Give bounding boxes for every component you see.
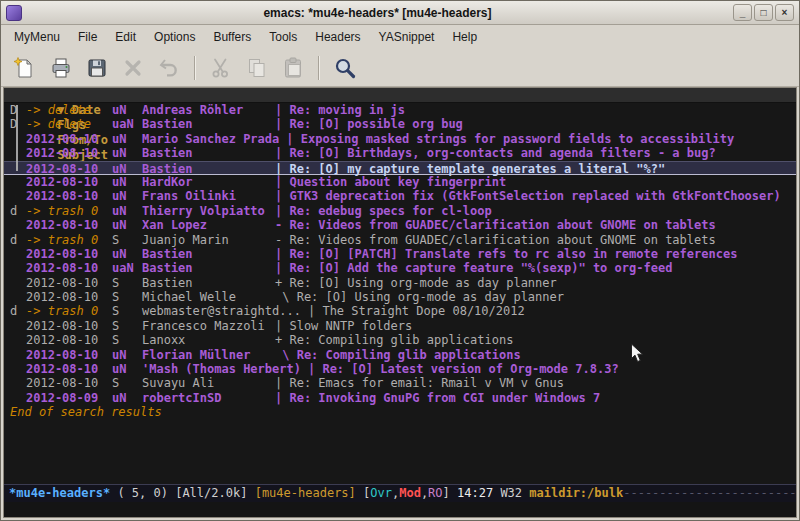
mark-cell: d [10, 204, 26, 218]
from-cell: Bastien [142, 162, 275, 176]
flags-cell: uN [112, 175, 142, 189]
message-row[interactable]: 2012-08-10SMichael Welle \ Re: [O] Using… [4, 290, 796, 304]
minimize-icon[interactable]: _ [733, 4, 752, 21]
message-row[interactable]: 2012-08-10SSuvayu Ali| Re: Emacs for ema… [4, 376, 796, 390]
date-cell: 2012-08-10 [26, 189, 112, 203]
message-row[interactable]: 2012-08-10uNFlorian Müllner \ Re: Compil… [4, 348, 796, 362]
from-cell: Florian Müllner [142, 348, 275, 362]
from-cell: Juanjo Marin [142, 233, 275, 247]
modeline-segment-dir: maildir:/bulk [529, 486, 623, 500]
emacs-app-icon[interactable] [6, 5, 22, 21]
mark-target-cell: -> trash 0 [26, 304, 112, 318]
modeline-segment-ovr: Ovr [370, 486, 392, 500]
paste-icon [277, 53, 309, 83]
from-cell: Bastien [142, 146, 275, 160]
message-row[interactable]: 2012-08-10SFrancesco Mazzoli| Slow NNTP … [4, 319, 796, 333]
message-row[interactable]: D-> deleteuNAndreas Röhler| Re: moving i… [4, 103, 796, 117]
message-row[interactable]: d-> trash 0Swebmaster@straightd...| The … [4, 304, 796, 318]
message-row[interactable]: d-> trash 0SJuanjo Marin- Re: Videos fro… [4, 233, 796, 247]
message-row[interactable]: 2012-08-10SLanoxx+ Re: Compiling glib ap… [4, 333, 796, 347]
subject-cell: | Re: Emacs for email: Rmail v VM v Gnus [275, 376, 564, 390]
flags-cell: uN [112, 348, 142, 362]
date-cell: 2012-08-10 [26, 162, 112, 176]
date-cell: 2012-08-10 [26, 175, 112, 189]
mark-target-cell: -> trash 0 [26, 233, 112, 247]
date-cell: 2012-08-10 [26, 362, 112, 376]
flags-cell: S [112, 319, 142, 333]
message-row[interactable]: 2012-08-09uNrobertcInSD| Re: Invoking Gn… [4, 391, 796, 405]
menu-item-yasnippet[interactable]: YASnippet [370, 27, 444, 47]
flags-cell: uaN [112, 117, 142, 131]
message-row[interactable]: 2012-08-10uNHardKor| Question about key … [4, 175, 796, 189]
subject-cell: | Re: Invoking GnuPG from CGI under Wind… [275, 391, 600, 405]
from-cell: Mario Sanchez Prada [142, 132, 286, 146]
flags-cell: S [112, 233, 142, 247]
subject-cell: | Exposing masked strings for password f… [286, 132, 734, 146]
message-row[interactable]: 2012-08-10uNFrans Oilinki| GTK3 deprecat… [4, 189, 796, 203]
modeline-segment-plain: ( 5, 0) [117, 486, 175, 500]
search-icon[interactable] [329, 53, 361, 83]
flags-cell: uN [112, 391, 142, 405]
menu-item-buffers[interactable]: Buffers [204, 27, 260, 47]
date-cell: 2012-08-10 [26, 376, 112, 390]
maximize-icon[interactable]: □ [754, 4, 773, 21]
subject-cell: | Question about key fingerprint [275, 175, 506, 189]
new-file-icon[interactable] [9, 53, 41, 83]
modeline-segment-minor: [mu4e-headers] [255, 486, 363, 500]
flags-cell: uN [112, 218, 142, 232]
message-row[interactable]: 2012-08-10uNXan Lopez- Re: Videos from G… [4, 218, 796, 232]
menu-item-tools[interactable]: Tools [260, 27, 306, 47]
close-icon[interactable]: × [775, 4, 794, 21]
mark-target-cell: -> delete [26, 117, 112, 131]
message-row-current[interactable]: 2012-08-10uNBastien| Re: [O] my capture … [4, 161, 796, 175]
flags-cell: uN [112, 103, 142, 117]
message-row[interactable]: D-> deleteuaNBastien| Re: [O] possible o… [4, 117, 796, 131]
menu-item-mymenu[interactable]: MyMenu [5, 27, 69, 47]
message-row[interactable]: d-> trash 0uNThierry Volpiatto| Re: edeb… [4, 204, 796, 218]
subject-cell: | Re: [O] Latest version of Org-mode 7.8… [308, 362, 619, 376]
empty-buffer-space [4, 420, 796, 484]
subject-cell: | Re: [O] possible org bug [275, 117, 463, 131]
flags-cell: uN [112, 204, 142, 218]
modeline-segment-buffer: *mu4e-headers* [9, 486, 117, 500]
flags-cell: S [112, 276, 142, 290]
from-cell: 'Mash (Thomas Herbert) [142, 362, 308, 376]
date-cell: 2012-08-09 [26, 391, 112, 405]
subject-cell: | The Straight Dope 08/10/2012 [308, 304, 525, 318]
title-bar[interactable]: emacs: *mu4e-headers* [mu4e-headers] _ □… [1, 1, 799, 25]
menu-item-headers[interactable]: Headers [306, 27, 369, 47]
subject-cell: | Re: [O] my capture template generates … [275, 162, 665, 176]
message-row[interactable]: 2012-08-10uNBastien| Re: [O] Birthdays, … [4, 146, 796, 160]
menu-item-edit[interactable]: Edit [106, 27, 145, 47]
mark-target-cell: -> trash 0 [26, 204, 112, 218]
subject-cell: | Re: moving in js [275, 103, 405, 117]
from-cell: Xan Lopez [142, 218, 275, 232]
message-row[interactable]: 2012-08-10uaNBastien| Re: [O] Add the ca… [4, 261, 796, 275]
modeline-segment-plain: [All/2.0k] [175, 486, 254, 500]
message-row[interactable]: 2012-08-10SBastien+ Re: [O] Using org-mo… [4, 276, 796, 290]
subject-cell: - Re: Videos from GUADEC/clarification a… [275, 233, 716, 247]
menu-item-file[interactable]: File [69, 27, 106, 47]
from-cell: webmaster@straightd... [142, 304, 308, 318]
mark-cell: D [10, 117, 26, 131]
toolbar [1, 49, 799, 87]
scrollbar-thumb[interactable] [16, 105, 18, 171]
message-row[interactable]: 2012-08-10uN'Mash (Thomas Herbert)| Re: … [4, 362, 796, 376]
from-cell: Bastien [142, 117, 275, 131]
save-icon[interactable] [81, 53, 113, 83]
date-cell: 2012-08-10 [26, 261, 112, 275]
mark-cell: d [10, 233, 26, 247]
from-cell: Bastien [142, 261, 275, 275]
print-icon[interactable] [45, 53, 77, 83]
message-row[interactable]: 2012-08-10uNMario Sanchez Prada| Exposin… [4, 132, 796, 146]
date-cell: 2012-08-10 [26, 276, 112, 290]
flags-cell: S [112, 304, 142, 318]
message-row[interactable]: 2012-08-10uNBastien| Re: [O] [PATCH] Tra… [4, 247, 796, 261]
from-cell: robertcInSD [142, 391, 275, 405]
subject-cell: \ Re: [O] Using org-mode as day planner [275, 290, 564, 304]
menu-item-help[interactable]: Help [443, 27, 486, 47]
mode-line[interactable]: *mu4e-headers* ( 5, 0) [All/2.0k] [mu4e-… [4, 484, 796, 502]
menu-item-options[interactable]: Options [145, 27, 204, 47]
echo-area[interactable] [4, 502, 796, 517]
date-cell: 2012-08-10 [26, 319, 112, 333]
